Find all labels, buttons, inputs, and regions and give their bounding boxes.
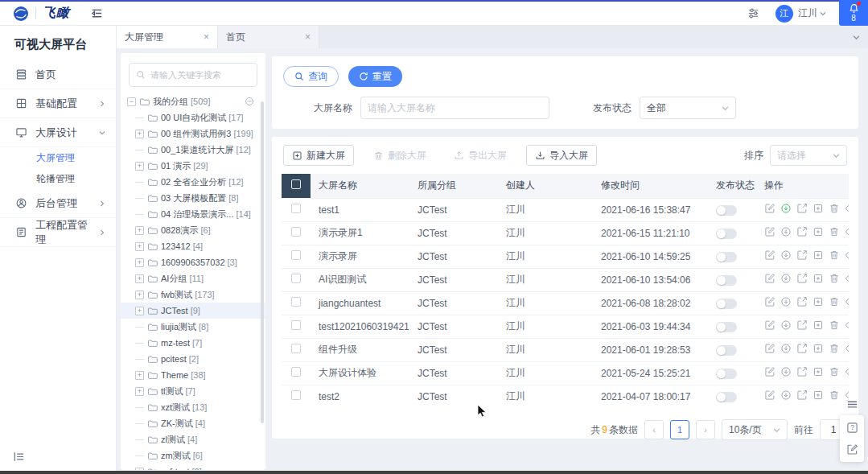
- row-checkbox[interactable]: [291, 250, 301, 260]
- tree-node-pcitest[interactable]: pcitest[2]: [121, 351, 265, 367]
- tree-node-JCTest[interactable]: +JCTest[9]: [121, 303, 265, 319]
- notification-button[interactable]: 8: [839, 0, 868, 26]
- tree-node-tl测试[interactable]: +tl测试[7]: [121, 383, 265, 399]
- publish-toggle[interactable]: [716, 299, 737, 309]
- tree-node-mz-test[interactable]: mz-test[7]: [121, 335, 265, 351]
- expand-icon[interactable]: +: [135, 226, 144, 235]
- copy-icon[interactable]: [812, 366, 824, 380]
- edit-icon[interactable]: [764, 319, 775, 333]
- row-checkbox[interactable]: [291, 367, 301, 377]
- sidebar-item-首页[interactable]: 首页: [0, 60, 116, 89]
- publish-toggle[interactable]: [716, 229, 737, 239]
- tree-node-zzf-test[interactable]: +zzf-test[2]: [121, 464, 265, 470]
- expand-icon[interactable]: +: [135, 274, 144, 283]
- edit-icon[interactable]: [764, 249, 775, 263]
- edit-icon[interactable]: [764, 390, 775, 403]
- design-icon[interactable]: [796, 319, 808, 333]
- collapse-icon[interactable]: −: [127, 97, 136, 106]
- tab-close-icon[interactable]: ×: [204, 32, 209, 42]
- tree-node-04 治理场景演示...[interactable]: 04 治理场景演示...[14]: [121, 206, 265, 222]
- edit-icon[interactable]: [764, 203, 775, 216]
- publish-toggle[interactable]: [716, 205, 737, 216]
- row-checkbox[interactable]: [291, 204, 301, 213]
- tree-node-ZK-测试[interactable]: ZK-测试[4]: [121, 415, 265, 431]
- tab-首页[interactable]: 首页×: [218, 26, 319, 48]
- sidebar-item-工程配置管理[interactable]: 工程配置管理: [0, 218, 116, 247]
- design-icon[interactable]: [796, 273, 808, 286]
- publish-icon[interactable]: [780, 249, 792, 263]
- delete-screen-button[interactable]: 删除大屏: [365, 145, 434, 166]
- sidebar-item-基础配置[interactable]: 基础配置: [0, 89, 116, 118]
- export-screen-button[interactable]: 导出大屏: [446, 145, 515, 166]
- publish-toggle[interactable]: [716, 275, 737, 286]
- expand-icon[interactable]: +: [135, 258, 144, 267]
- filter-sliders-icon[interactable]: [747, 7, 759, 19]
- tree-node-01 演示[interactable]: +01 演示[29]: [121, 158, 265, 174]
- design-icon[interactable]: [796, 343, 808, 357]
- publish-toggle[interactable]: [716, 369, 737, 379]
- publish-toggle[interactable]: [716, 322, 737, 332]
- tree-node-AI分组[interactable]: +AI分组[11]: [121, 270, 265, 286]
- tree-node-zl测试[interactable]: zl测试[4]: [121, 431, 265, 447]
- tree-node-00_1渠道统计大屏[interactable]: 00_1渠道统计大屏[12]: [121, 142, 265, 158]
- select-all-checkbox[interactable]: [291, 179, 301, 189]
- design-icon[interactable]: [796, 390, 808, 403]
- design-icon[interactable]: [796, 203, 808, 216]
- tree-node-liujia测试[interactable]: liujia测试[8]: [121, 319, 265, 335]
- tab-大屏管理[interactable]: 大屏管理×: [117, 26, 218, 48]
- copy-icon[interactable]: [812, 390, 824, 403]
- row-checkbox[interactable]: [291, 227, 301, 237]
- tree-node-fwb测试[interactable]: +fwb测试[173]: [121, 286, 265, 303]
- tree-node-0828演示[interactable]: +0828演示[6]: [121, 222, 265, 238]
- copy-icon[interactable]: [812, 226, 824, 240]
- preview-icon[interactable]: [845, 273, 849, 286]
- edit-icon[interactable]: [764, 296, 775, 310]
- avatar[interactable]: 江: [775, 5, 793, 23]
- sidebar-item-大屏设计[interactable]: 大屏设计: [0, 118, 116, 147]
- row-checkbox[interactable]: [291, 320, 301, 330]
- copy-icon[interactable]: [812, 203, 824, 216]
- page-1-button[interactable]: 1: [670, 420, 689, 439]
- tree-node-00 组件测试用例3[interactable]: +00 组件测试用例3[199]: [121, 126, 265, 142]
- publish-toggle[interactable]: [716, 252, 737, 262]
- design-icon[interactable]: [796, 249, 808, 263]
- tree-node-02 全省企业分析[interactable]: 02 全省企业分析[12]: [121, 174, 265, 190]
- delete-icon[interactable]: [829, 366, 840, 380]
- row-checkbox[interactable]: [291, 274, 301, 283]
- publish-icon[interactable]: [780, 273, 792, 286]
- sidebar-item-后台管理[interactable]: 后台管理: [0, 189, 116, 218]
- delete-icon[interactable]: [829, 226, 840, 240]
- expand-icon[interactable]: +: [135, 468, 144, 471]
- delete-icon[interactable]: [829, 249, 840, 263]
- tab-close-icon[interactable]: ×: [305, 32, 311, 42]
- preview-icon[interactable]: [845, 226, 849, 240]
- design-icon[interactable]: [796, 226, 808, 240]
- publish-status-select[interactable]: 全部: [640, 97, 736, 119]
- sidebar-collapse-icon[interactable]: [13, 451, 25, 463]
- preview-icon[interactable]: [845, 249, 849, 263]
- expand-icon[interactable]: +: [135, 371, 144, 380]
- publish-icon[interactable]: [780, 319, 792, 333]
- tree-node-123412[interactable]: +123412[4]: [121, 238, 265, 254]
- delete-icon[interactable]: [829, 343, 840, 357]
- collapse-menu-icon[interactable]: [91, 7, 103, 19]
- edit-icon[interactable]: [764, 226, 775, 240]
- import-screen-button[interactable]: 导入大屏: [526, 145, 597, 166]
- publish-icon[interactable]: [780, 343, 792, 357]
- tree-node-1609906357032[interactable]: +1609906357032[3]: [121, 254, 265, 270]
- publish-toggle[interactable]: [716, 345, 737, 356]
- tree-node-xzt测试[interactable]: xzt测试[13]: [121, 399, 265, 415]
- screen-name-input[interactable]: [360, 97, 549, 119]
- prev-page-button[interactable]: ‹: [644, 420, 664, 439]
- copy-icon[interactable]: [812, 296, 824, 310]
- sidebar-item-轮播管理[interactable]: 轮播管理: [0, 168, 116, 189]
- page-size-select[interactable]: 10条/页: [722, 419, 788, 440]
- tree-scrollbar[interactable]: [261, 101, 264, 423]
- delete-icon[interactable]: [829, 296, 840, 310]
- tree-node-zm测试[interactable]: zm测试[6]: [121, 447, 265, 464]
- tree-node-00 UI自动化测试[interactable]: 00 UI自动化测试[17]: [121, 109, 265, 126]
- publish-icon[interactable]: [780, 366, 792, 380]
- copy-icon[interactable]: [812, 343, 824, 357]
- delete-icon[interactable]: [829, 390, 840, 403]
- help-icon[interactable]: ?: [846, 422, 858, 434]
